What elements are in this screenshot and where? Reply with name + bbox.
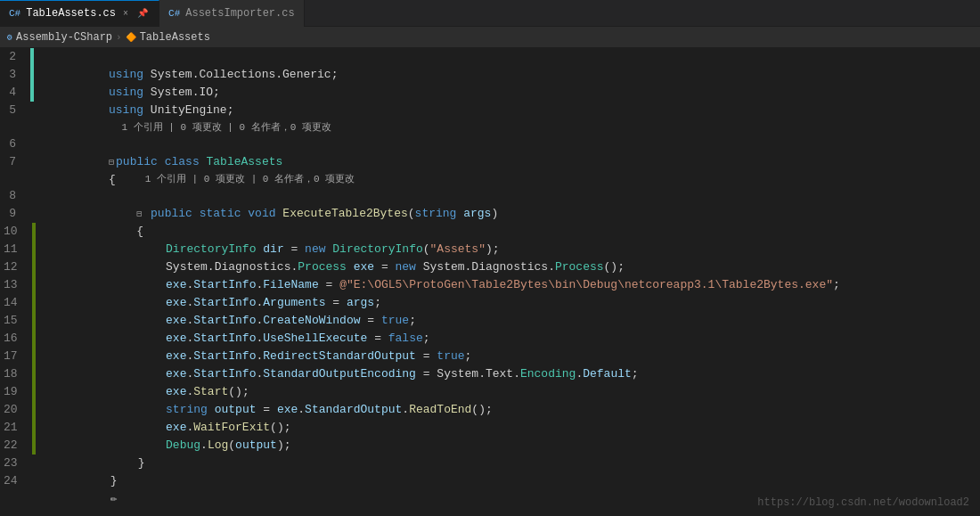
line-content-24: ✏ [36,472,980,516]
assembly-icon: ⚙ [7,32,12,43]
line-num-17: 17 [4,348,32,365]
line-num-5: 5 [4,102,30,119]
line-16: 16 exe.StartInfo.RedirectStandardOutput … [4,330,980,348]
tab-label-assets-importer: AssetsImporter.cs [185,7,294,20]
line-3: 3 using System.IO; [4,66,980,84]
editor: 2 using System.Collections.Generic; 3 us… [0,48,980,516]
line-22: 22 } [4,437,980,455]
codelens-class-text: 1 个引用 | 0 项更改 | 0 名作者，0 项更改 [34,119,980,135]
line-num-8: 8 [4,187,30,205]
codelens-class[interactable]: 1 个引用 | 0 项更改 | 0 名作者，0 项更改 [4,119,980,135]
line-num-10: 10 [4,223,32,241]
line-10: 10 DirectoryInfo dir = new DirectoryInfo… [4,223,980,241]
cs-icon: C# [9,8,20,19]
line-num-22: 22 [4,437,32,455]
line-11: 11 System.Diagnostics.Process exe = new … [4,241,980,258]
line-14: 14 exe.StartInfo.CreateNoWindow = true; [4,294,980,312]
line-num-3: 3 [4,66,30,84]
breadcrumb-class[interactable]: TableAssets [140,31,210,44]
codelens-method-text: 1 个引用 | 0 项更改 | 0 名作者，0 项更改 [34,171,980,187]
breadcrumb-bar: ⚙ Assembly-CSharp › 🔶 TableAssets [0,27,980,48]
line-17: 17 exe.StartInfo.StandardOutputEncoding … [4,348,980,365]
line-num-24: 24 [4,472,32,490]
line-num-21: 21 [4,419,32,437]
tab-table-assets[interactable]: C# TableAssets.cs × 📌 [0,0,159,27]
git-5 [30,102,34,119]
line-num-18: 18 [4,365,32,383]
line-6: 6 ⊟public class TableAssets [4,135,980,153]
line-21: 21 Debug.Log(output); [4,419,980,437]
line-4: 4 using UnityEngine; [4,84,980,102]
line-num-14: 14 [4,294,32,312]
tab-label-table-assets: TableAssets.cs [26,7,116,20]
breadcrumb-table-icon: 🔶 [126,32,136,43]
pencil-icon: ✏ [110,492,118,505]
tab-assets-importer[interactable]: C# AssetsImporter.cs [159,0,305,27]
line-19: 19 string output = exe.StandardOutput.Re… [4,383,980,401]
line-num-20: 20 [4,401,32,419]
line-8: 8 ⊟ public static void ExecuteTable2Byte… [4,187,980,205]
breadcrumb-assembly[interactable]: Assembly-CSharp [16,31,112,44]
line-num-19: 19 [4,383,32,401]
line-num-11: 11 [4,241,32,258]
line-num-9: 9 [4,205,30,223]
line-num-23: 23 [4,455,32,472]
line-20: 20 exe.WaitForExit(); [4,401,980,419]
tab-close-table-assets[interactable]: × [121,8,130,20]
tab-pin-icon[interactable]: 📌 [135,7,150,20]
line-13: 13 exe.StartInfo.Arguments = args; [4,276,980,294]
line-num-16: 16 [4,330,32,348]
line-num-13: 13 [4,276,32,294]
breadcrumb-dropdown-icon[interactable]: › [116,32,122,43]
line-23: 23 } [4,455,980,472]
line-2: 2 using System.Collections.Generic; [4,48,980,66]
line-12: 12 exe.StartInfo.FileName = @"E:\OGL5\Pr… [4,258,980,276]
line-18: 18 exe.Start(); [4,365,980,383]
cs-icon-2: C# [168,8,180,19]
line-num-6: 6 [4,135,30,153]
line-15: 15 exe.StartInfo.UseShellExecute = false… [4,312,980,330]
line-num-15: 15 [4,312,32,330]
line-9: 9 { [4,205,980,223]
watermark: https://blog.csdn.net/wodownload2 [757,496,969,509]
line-num-4: 4 [4,84,30,102]
line-24: 24 ✏ [4,472,980,490]
code-area: 2 using System.Collections.Generic; 3 us… [0,48,980,516]
line-num-2: 2 [4,48,30,66]
line-num-7: 7 [4,153,30,171]
line-num-12: 12 [4,258,32,276]
tab-bar: C# TableAssets.cs × 📌 C# AssetsImporter.… [0,0,980,27]
code-content[interactable]: 2 using System.Collections.Generic; 3 us… [0,48,980,516]
codelens-method[interactable]: 1 个引用 | 0 项更改 | 0 名作者，0 项更改 [4,171,980,187]
